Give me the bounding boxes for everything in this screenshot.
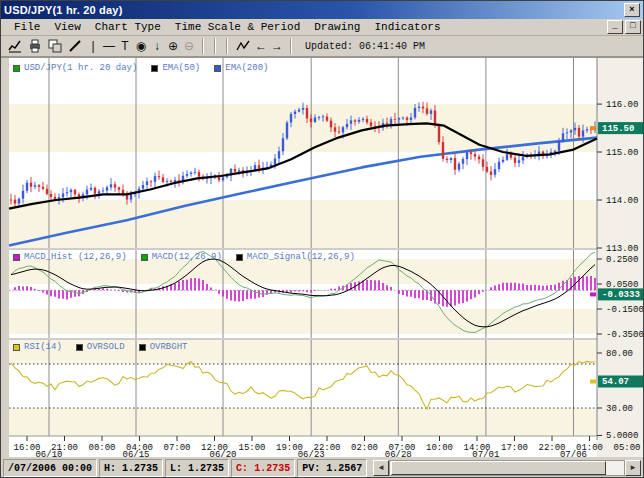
point-tool-icon[interactable]: ◉	[133, 37, 149, 55]
ema200-series-swatch	[214, 65, 221, 72]
ema50-series-swatch	[151, 65, 158, 72]
zoom-in-icon[interactable]: ⊕	[165, 37, 181, 55]
scroll-left-icon[interactable]: ←	[253, 37, 269, 55]
svg-text:17:00: 17:00	[501, 443, 528, 453]
text-tool-icon[interactable]: T	[117, 37, 133, 55]
menu-bar: File View Chart Type Time Scale & Period…	[1, 19, 643, 36]
chart-area: 116.00115.00114.00113.00115.500.25000.05…	[1, 58, 644, 457]
app-window: USD/JPY(1 hr. 20 day) × File View Chart …	[0, 0, 644, 478]
svg-text:06/10: 06/10	[35, 450, 62, 457]
svg-text:06/28: 06/28	[385, 450, 412, 457]
status-bar: /07/2006 00:00 H: 1.2735 L: 1.2735 C: 1.…	[1, 457, 643, 478]
toolbar-separator	[202, 38, 204, 54]
svg-text:06/20: 06/20	[210, 450, 237, 457]
updated-timestamp: Updated: 06:41:40 PM	[305, 41, 425, 52]
svg-text:80.00: 80.00	[606, 349, 633, 359]
toolbar-separator	[290, 38, 292, 54]
menu-time-scale-period[interactable]: Time Scale & Period	[168, 20, 307, 34]
title-bar: USD/JPY(1 hr. 20 day) ×	[1, 1, 643, 19]
restore-button[interactable]: □	[625, 20, 641, 34]
macd-line-swatch	[141, 254, 148, 261]
vertical-line-tool-icon[interactable]: |	[85, 37, 101, 55]
minimize-button[interactable]: _	[607, 20, 623, 34]
rsi-series-label: RSI(14)	[24, 342, 62, 352]
menu-drawing[interactable]: Drawing	[307, 20, 367, 34]
menu-view[interactable]: View	[47, 20, 87, 34]
scrollbar-left-arrow[interactable]: ◄	[373, 460, 389, 476]
svg-text:05:00: 05:00	[613, 443, 640, 453]
oversold-label: OVRSOLD	[87, 342, 125, 352]
trendline-tool-icon[interactable]	[65, 37, 85, 55]
svg-text:-0.0333: -0.0333	[602, 290, 640, 300]
overbought-label: OVRBGHT	[150, 342, 188, 352]
scroll-right-icon[interactable]: →	[269, 37, 285, 55]
svg-text:07:00: 07:00	[163, 443, 190, 453]
menu-indicators[interactable]: Indicators	[367, 20, 447, 34]
copy-window-icon[interactable]	[45, 37, 65, 55]
tool-bar: | — T ◉ ↓ ⊕ ⊖ ← → Updated: 06:41:40 PM	[1, 36, 643, 58]
horizontal-line-tool-icon[interactable]: —	[101, 37, 117, 55]
oversold-swatch	[76, 344, 83, 351]
svg-text:115.50: 115.50	[602, 124, 634, 134]
svg-text:115.00: 115.00	[606, 148, 638, 158]
ema200-series-label: EMA(200)	[225, 63, 268, 73]
menu-chart-type[interactable]: Chart Type	[88, 20, 168, 34]
macd-hist-label: MACD_Hist (12,26,9)	[24, 252, 127, 262]
toolbar-separator	[214, 38, 216, 54]
usdjpy-series-label: USD/JPY(1 hr. 20 day)	[24, 63, 137, 73]
toolbar-separator	[226, 38, 228, 54]
svg-text:30.00: 30.00	[606, 404, 633, 414]
macd-signal-swatch	[236, 254, 243, 261]
overbought-swatch	[139, 344, 146, 351]
status-high: H: 1.2735	[99, 459, 163, 477]
status-close: C: 1.2735	[231, 459, 295, 477]
svg-text:15:00: 15:00	[238, 443, 265, 453]
svg-text:54.07: 54.07	[602, 377, 629, 387]
macd-panel-legend: MACD_Hist (12,26,9) MACD(12,26,9) MACD_S…	[13, 252, 355, 262]
macd-hist-swatch	[13, 254, 20, 261]
svg-text:00:00: 00:00	[88, 443, 115, 453]
close-button[interactable]: ×	[624, 3, 640, 17]
macd-signal-label: MACD_Signal(12,26,9)	[247, 252, 355, 262]
menu-file[interactable]: File	[7, 20, 47, 34]
ema50-series-label: EMA(50)	[162, 63, 200, 73]
svg-text:0.2500: 0.2500	[606, 255, 638, 265]
svg-text:5.0000: 5.0000	[606, 431, 638, 441]
svg-text:02:00: 02:00	[351, 443, 378, 453]
chart-mode-icon[interactable]	[5, 37, 25, 55]
price-panel-legend: USD/JPY(1 hr. 20 day) EMA(50) EMA(200)	[13, 63, 268, 73]
svg-text:114.00: 114.00	[606, 196, 638, 206]
macd-line-label: MACD(12,26,9)	[152, 252, 222, 262]
svg-text:116.00: 116.00	[606, 100, 638, 110]
svg-text:10:00: 10:00	[426, 443, 453, 453]
svg-text:07/01: 07/01	[472, 450, 499, 457]
usdjpy-series-swatch	[13, 65, 20, 72]
svg-text:-0.3500: -0.3500	[606, 330, 644, 340]
status-datetime: /07/2006 00:00	[3, 459, 97, 477]
svg-text:06/15: 06/15	[123, 450, 150, 457]
scrollbar-right-arrow[interactable]: ►	[625, 460, 641, 476]
status-pivot: PV: 1.2567	[297, 459, 367, 477]
zoom-out-icon[interactable]: ⊖	[181, 37, 197, 55]
scrollbar-thumb[interactable]	[391, 461, 606, 475]
scrollbar-track[interactable]	[389, 460, 625, 476]
print-icon[interactable]	[25, 37, 45, 55]
svg-text:113.00: 113.00	[606, 244, 638, 254]
svg-text:07/06: 07/06	[560, 450, 587, 457]
rsi-series-swatch	[13, 344, 20, 351]
status-low: L: 1.2735	[165, 459, 229, 477]
rsi-panel-legend: RSI(14) OVRSOLD OVRBGHT	[13, 342, 187, 352]
window-title: USD/JPY(1 hr. 20 day)	[4, 4, 624, 16]
svg-text:06/23: 06/23	[298, 450, 325, 457]
zigzag-tool-icon[interactable]	[233, 37, 253, 55]
svg-text:-0.1500: -0.1500	[606, 305, 644, 315]
horizontal-scrollbar[interactable]: ◄ ►	[373, 460, 641, 476]
arrow-down-tool-icon[interactable]: ↓	[149, 37, 165, 55]
